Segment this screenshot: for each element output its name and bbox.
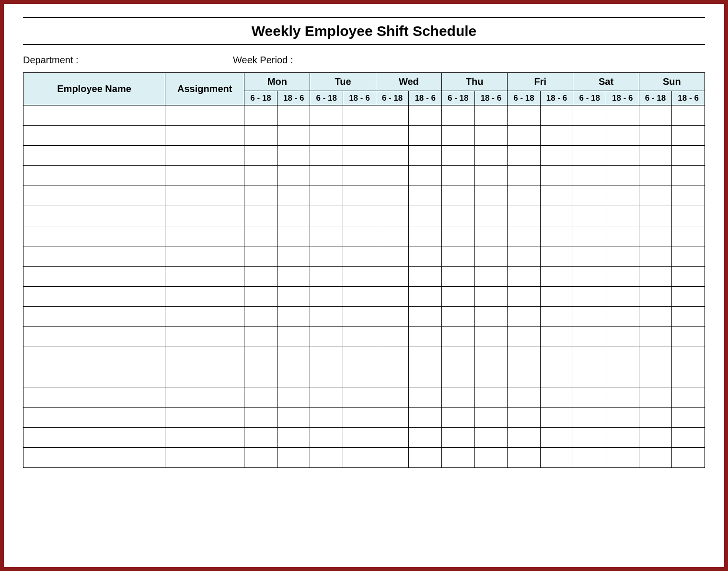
table-cell[interactable] [376, 105, 409, 126]
table-cell[interactable] [165, 287, 244, 307]
table-cell[interactable] [244, 327, 277, 347]
table-cell[interactable] [409, 246, 442, 267]
table-cell[interactable] [23, 367, 165, 387]
table-cell[interactable] [508, 428, 541, 448]
table-cell[interactable] [606, 105, 639, 126]
table-cell[interactable] [376, 166, 409, 186]
table-cell[interactable] [310, 307, 343, 327]
table-cell[interactable] [573, 307, 606, 327]
table-cell[interactable] [343, 226, 376, 246]
table-cell[interactable] [23, 166, 165, 186]
table-cell[interactable] [409, 166, 442, 186]
table-cell[interactable] [540, 327, 573, 347]
table-cell[interactable] [672, 226, 705, 246]
table-cell[interactable] [409, 146, 442, 166]
table-cell[interactable] [639, 448, 672, 468]
table-cell[interactable] [441, 226, 474, 246]
table-cell[interactable] [310, 226, 343, 246]
table-cell[interactable] [508, 408, 541, 428]
table-cell[interactable] [672, 448, 705, 468]
table-cell[interactable] [165, 186, 244, 206]
table-cell[interactable] [343, 126, 376, 146]
table-cell[interactable] [540, 287, 573, 307]
table-cell[interactable] [508, 226, 541, 246]
table-cell[interactable] [277, 347, 310, 367]
table-cell[interactable] [573, 347, 606, 367]
table-cell[interactable] [165, 226, 244, 246]
table-cell[interactable] [573, 126, 606, 146]
table-cell[interactable] [441, 307, 474, 327]
table-cell[interactable] [606, 126, 639, 146]
table-cell[interactable] [508, 206, 541, 226]
table-cell[interactable] [508, 146, 541, 166]
table-cell[interactable] [23, 408, 165, 428]
table-cell[interactable] [606, 307, 639, 327]
table-cell[interactable] [639, 408, 672, 428]
table-cell[interactable] [310, 387, 343, 408]
table-cell[interactable] [639, 347, 672, 367]
table-cell[interactable] [409, 226, 442, 246]
table-cell[interactable] [606, 367, 639, 387]
table-cell[interactable] [310, 367, 343, 387]
table-cell[interactable] [277, 105, 310, 126]
table-cell[interactable] [277, 307, 310, 327]
table-cell[interactable] [376, 146, 409, 166]
table-cell[interactable] [606, 287, 639, 307]
table-cell[interactable] [606, 246, 639, 267]
table-cell[interactable] [474, 186, 508, 206]
table-cell[interactable] [244, 166, 277, 186]
table-cell[interactable] [606, 186, 639, 206]
table-cell[interactable] [277, 387, 310, 408]
table-cell[interactable] [376, 226, 409, 246]
table-cell[interactable] [310, 246, 343, 267]
table-cell[interactable] [672, 347, 705, 367]
table-cell[interactable] [409, 428, 442, 448]
table-cell[interactable] [165, 367, 244, 387]
table-cell[interactable] [573, 428, 606, 448]
table-cell[interactable] [540, 246, 573, 267]
table-cell[interactable] [409, 367, 442, 387]
table-cell[interactable] [508, 367, 541, 387]
table-cell[interactable] [508, 105, 541, 126]
table-cell[interactable] [639, 246, 672, 267]
table-cell[interactable] [573, 367, 606, 387]
table-cell[interactable] [606, 327, 639, 347]
table-cell[interactable] [165, 206, 244, 226]
table-cell[interactable] [573, 287, 606, 307]
table-cell[interactable] [474, 428, 508, 448]
table-cell[interactable] [244, 226, 277, 246]
table-cell[interactable] [409, 105, 442, 126]
table-cell[interactable] [376, 267, 409, 287]
table-cell[interactable] [474, 347, 508, 367]
table-cell[interactable] [343, 267, 376, 287]
table-cell[interactable] [277, 166, 310, 186]
table-cell[interactable] [441, 327, 474, 347]
table-cell[interactable] [573, 246, 606, 267]
table-cell[interactable] [343, 186, 376, 206]
table-cell[interactable] [376, 287, 409, 307]
table-cell[interactable] [573, 166, 606, 186]
table-cell[interactable] [441, 428, 474, 448]
table-cell[interactable] [277, 428, 310, 448]
table-cell[interactable] [409, 186, 442, 206]
table-cell[interactable] [573, 408, 606, 428]
table-cell[interactable] [639, 186, 672, 206]
table-cell[interactable] [343, 387, 376, 408]
table-cell[interactable] [474, 267, 508, 287]
table-cell[interactable] [508, 387, 541, 408]
table-cell[interactable] [441, 206, 474, 226]
table-cell[interactable] [165, 408, 244, 428]
table-cell[interactable] [672, 408, 705, 428]
table-cell[interactable] [639, 387, 672, 408]
table-cell[interactable] [441, 267, 474, 287]
table-cell[interactable] [540, 105, 573, 126]
table-cell[interactable] [343, 408, 376, 428]
table-cell[interactable] [310, 347, 343, 367]
table-cell[interactable] [441, 186, 474, 206]
table-cell[interactable] [441, 347, 474, 367]
table-cell[interactable] [606, 347, 639, 367]
table-cell[interactable] [165, 267, 244, 287]
table-cell[interactable] [343, 367, 376, 387]
table-cell[interactable] [441, 126, 474, 146]
table-cell[interactable] [23, 126, 165, 146]
